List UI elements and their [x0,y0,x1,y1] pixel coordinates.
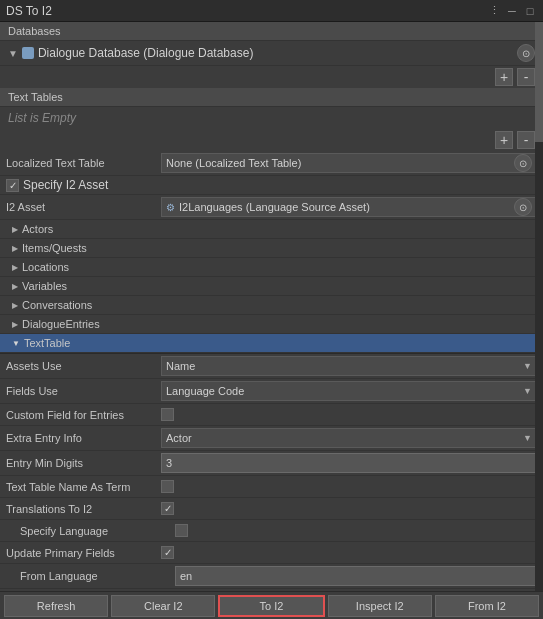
text-table-name-checkbox[interactable] [161,480,174,493]
from-language-input[interactable] [175,566,537,586]
database-icon [22,47,34,59]
extra-entry-info-row: Extra Entry Info Actor ▼ [0,426,543,451]
custom-field-checkbox[interactable] [161,408,174,421]
items-quests-arrow: ▶ [12,244,18,253]
conversations-arrow: ▶ [12,301,18,310]
database-item: ▼ Dialogue Database (Dialogue Database) … [0,41,543,66]
assets-use-arrow: ▼ [523,361,532,371]
nav-variables[interactable]: ▶ Variables [0,277,543,296]
entry-min-digits-input[interactable] [161,453,537,473]
fields-use-label: Fields Use [6,385,161,397]
databases-remove-btn[interactable]: - [517,68,535,86]
specify-language-checkbox[interactable] [175,524,188,537]
extra-entry-info-arrow: ▼ [523,433,532,443]
text-table-arrow: ▼ [12,339,20,348]
nav-dialogue-entries[interactable]: ▶ DialogueEntries [0,315,543,334]
translations-to-i2-row: Translations To I2 [0,498,543,520]
locations-arrow: ▶ [12,263,18,272]
assets-use-label: Assets Use [6,360,161,372]
refresh-button[interactable]: Refresh [4,595,108,617]
from-language-row: From Language [0,564,543,589]
custom-field-label: Custom Field for Entries [6,409,161,421]
actors-arrow: ▶ [12,225,18,234]
main-content: Databases ▼ Dialogue Database (Dialogue … [0,22,543,591]
translations-to-i2-label: Translations To I2 [6,503,161,515]
specify-i2-row: Specify I2 Asset [0,176,543,195]
title-text: DS To I2 [6,4,52,18]
database-options-btn[interactable]: ⊙ [517,44,535,62]
to-i2-button[interactable]: To I2 [218,595,324,617]
entry-min-digits-row: Entry Min Digits [0,451,543,476]
assets-use-dropdown[interactable]: Name ▼ [161,356,537,376]
specify-language-row: Specify Language [0,520,543,542]
translations-to-i2-checkbox[interactable] [161,502,174,515]
nav-locations[interactable]: ▶ Locations [0,258,543,277]
from-i2-button[interactable]: From I2 [435,595,539,617]
extra-entry-info-label: Extra Entry Info [6,432,161,444]
specify-i2-checkbox[interactable] [6,179,19,192]
menu-icon[interactable]: ⋮ [487,4,501,18]
localized-text-table-dropdown[interactable]: None (Localized Text Table) ⊙ [161,153,537,173]
update-primary-fields-row: Update Primary Fields [0,542,543,564]
update-primary-fields-checkbox[interactable] [161,546,174,559]
nav-items-quests[interactable]: ▶ Items/Quests [0,239,543,258]
collapse-arrow[interactable]: ▼ [8,48,18,59]
from-language-label: From Language [20,570,175,582]
text-tables-add-btn[interactable]: + [495,131,513,149]
nav-conversations[interactable]: ▶ Conversations [0,296,543,315]
fields-use-row: Fields Use Language Code ▼ [0,379,543,404]
inspect-i2-button[interactable]: Inspect I2 [328,595,432,617]
databases-section-header: Databases [0,22,543,41]
text-tables-empty: List is Empty [0,107,543,129]
specify-language-label: Specify Language [20,525,175,537]
i2-asset-row: I2 Asset ⚙ I2Languages (Language Source … [0,195,543,220]
localized-text-table-label: Localized Text Table [6,157,161,169]
text-tables-add-remove: + - [0,129,543,151]
assets-use-row: Assets Use Name ▼ [0,354,543,379]
nav-section: ▶ Actors ▶ Items/Quests ▶ Locations ▶ Va… [0,220,543,354]
maximize-icon[interactable]: □ [523,4,537,18]
localized-text-table-row: Localized Text Table None (Localized Tex… [0,151,543,176]
variables-arrow: ▶ [12,282,18,291]
text-tables-section-header: Text Tables [0,88,543,107]
text-table-name-label: Text Table Name As Term [6,481,161,493]
nav-actors[interactable]: ▶ Actors [0,220,543,239]
extra-entry-info-dropdown[interactable]: Actor ▼ [161,428,537,448]
i2-asset-dropdown[interactable]: ⚙ I2Languages (Language Source Asset) ⊙ [161,197,537,217]
localized-table-options[interactable]: ⊙ [514,154,532,172]
dialogue-entries-arrow: ▶ [12,320,18,329]
i2-asset-icon: ⚙ [166,202,175,213]
title-bar: DS To I2 ⋮ ─ □ [0,0,543,22]
databases-add-btn[interactable]: + [495,68,513,86]
entry-min-digits-label: Entry Min Digits [6,457,161,469]
nav-text-table[interactable]: ▼ TextTable [0,334,543,353]
scrollbar[interactable] [535,22,543,591]
clear-i2-button[interactable]: Clear I2 [111,595,215,617]
i2-asset-label: I2 Asset [6,201,161,213]
databases-add-remove: + - [0,66,543,88]
update-primary-fields-label: Update Primary Fields [6,547,161,559]
text-tables-remove-btn[interactable]: - [517,131,535,149]
bottom-toolbar: Refresh Clear I2 To I2 Inspect I2 From I… [0,591,543,619]
scrollbar-thumb[interactable] [535,22,543,142]
custom-field-row: Custom Field for Entries [0,404,543,426]
minimize-icon[interactable]: ─ [505,4,519,18]
fields-use-dropdown[interactable]: Language Code ▼ [161,381,537,401]
fields-use-arrow: ▼ [523,386,532,396]
i2-asset-options[interactable]: ⊙ [514,198,532,216]
text-table-name-row: Text Table Name As Term [0,476,543,498]
